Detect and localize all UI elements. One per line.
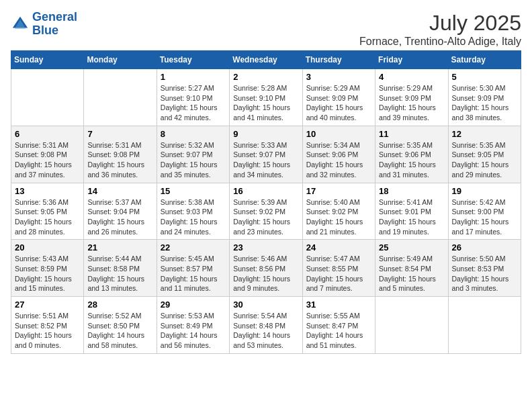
calendar-cell: 8Sunrise: 5:32 AMSunset: 9:07 PMDaylight… bbox=[157, 126, 229, 183]
header-cell-sunday: Sunday bbox=[11, 51, 84, 69]
calendar-cell: 15Sunrise: 5:38 AMSunset: 9:03 PMDayligh… bbox=[157, 183, 229, 240]
calendar-cell: 10Sunrise: 5:34 AMSunset: 9:06 PMDayligh… bbox=[302, 126, 375, 183]
day-info: Sunrise: 5:36 AMSunset: 9:05 PMDaylight:… bbox=[15, 197, 80, 237]
day-info: Sunrise: 5:41 AMSunset: 9:01 PMDaylight:… bbox=[379, 197, 444, 237]
week-row-1: 1Sunrise: 5:27 AMSunset: 9:10 PMDaylight… bbox=[11, 69, 521, 126]
day-info: Sunrise: 5:32 AMSunset: 9:07 PMDaylight:… bbox=[161, 140, 226, 180]
calendar-cell: 4Sunrise: 5:29 AMSunset: 9:09 PMDaylight… bbox=[375, 69, 448, 126]
calendar-body: 1Sunrise: 5:27 AMSunset: 9:10 PMDaylight… bbox=[11, 69, 521, 354]
calendar-cell: 17Sunrise: 5:40 AMSunset: 9:02 PMDayligh… bbox=[302, 183, 375, 240]
day-info: Sunrise: 5:31 AMSunset: 9:08 PMDaylight:… bbox=[15, 140, 80, 180]
day-info: Sunrise: 5:45 AMSunset: 8:57 PMDaylight:… bbox=[161, 254, 226, 293]
day-number: 10 bbox=[306, 129, 371, 139]
day-number: 14 bbox=[87, 186, 152, 196]
logo-icon bbox=[11, 15, 30, 34]
logo: General Blue bbox=[11, 11, 77, 38]
page-header: General Blue July 2025 Fornace, Trentino… bbox=[11, 11, 521, 48]
calendar-cell bbox=[84, 69, 157, 126]
day-info: Sunrise: 5:33 AMSunset: 9:07 PMDaylight:… bbox=[233, 140, 298, 180]
calendar-cell: 9Sunrise: 5:33 AMSunset: 9:07 PMDaylight… bbox=[230, 126, 302, 183]
calendar-cell: 12Sunrise: 5:35 AMSunset: 9:05 PMDayligh… bbox=[448, 126, 521, 183]
calendar-cell: 14Sunrise: 5:37 AMSunset: 9:04 PMDayligh… bbox=[84, 183, 157, 240]
week-row-2: 6Sunrise: 5:31 AMSunset: 9:08 PMDaylight… bbox=[11, 126, 521, 183]
calendar-cell: 6Sunrise: 5:31 AMSunset: 9:08 PMDaylight… bbox=[11, 126, 84, 183]
day-number: 24 bbox=[306, 242, 371, 253]
day-info: Sunrise: 5:27 AMSunset: 9:10 PMDaylight:… bbox=[161, 83, 226, 123]
day-info: Sunrise: 5:28 AMSunset: 9:10 PMDaylight:… bbox=[233, 83, 298, 123]
calendar-table: SundayMondayTuesdayWednesdayThursdayFrid… bbox=[11, 50, 521, 354]
calendar-cell: 22Sunrise: 5:45 AMSunset: 8:57 PMDayligh… bbox=[157, 240, 229, 297]
day-info: Sunrise: 5:40 AMSunset: 9:02 PMDaylight:… bbox=[306, 197, 371, 237]
day-number: 17 bbox=[306, 186, 371, 196]
day-number: 30 bbox=[233, 300, 298, 310]
calendar-cell: 2Sunrise: 5:28 AMSunset: 9:10 PMDaylight… bbox=[230, 69, 302, 126]
header-cell-thursday: Thursday bbox=[302, 51, 375, 69]
day-number: 11 bbox=[379, 129, 444, 139]
week-row-5: 27Sunrise: 5:51 AMSunset: 8:52 PMDayligh… bbox=[11, 297, 521, 354]
day-number: 7 bbox=[87, 129, 152, 139]
calendar-title: July 2025 bbox=[359, 11, 521, 36]
calendar-cell: 1Sunrise: 5:27 AMSunset: 9:10 PMDaylight… bbox=[157, 69, 229, 126]
day-number: 1 bbox=[161, 72, 226, 82]
calendar-cell: 3Sunrise: 5:29 AMSunset: 9:09 PMDaylight… bbox=[302, 69, 375, 126]
logo-line1: General bbox=[32, 10, 77, 24]
calendar-cell: 24Sunrise: 5:47 AMSunset: 8:55 PMDayligh… bbox=[302, 240, 375, 297]
calendar-cell: 29Sunrise: 5:53 AMSunset: 8:49 PMDayligh… bbox=[157, 297, 229, 354]
calendar-subtitle: Fornace, Trentino-Alto Adige, Italy bbox=[359, 36, 521, 48]
header-cell-friday: Friday bbox=[375, 51, 448, 69]
day-info: Sunrise: 5:29 AMSunset: 9:09 PMDaylight:… bbox=[306, 83, 371, 123]
day-number: 3 bbox=[306, 72, 371, 82]
day-number: 2 bbox=[233, 72, 298, 82]
day-info: Sunrise: 5:42 AMSunset: 9:00 PMDaylight:… bbox=[452, 197, 517, 237]
calendar-cell: 26Sunrise: 5:50 AMSunset: 8:53 PMDayligh… bbox=[448, 240, 521, 297]
day-number: 22 bbox=[161, 242, 226, 253]
calendar-cell: 7Sunrise: 5:31 AMSunset: 9:08 PMDaylight… bbox=[84, 126, 157, 183]
day-number: 31 bbox=[306, 300, 371, 310]
day-info: Sunrise: 5:47 AMSunset: 8:55 PMDaylight:… bbox=[306, 254, 371, 293]
day-info: Sunrise: 5:43 AMSunset: 8:59 PMDaylight:… bbox=[15, 254, 80, 293]
day-info: Sunrise: 5:29 AMSunset: 9:09 PMDaylight:… bbox=[379, 83, 444, 123]
calendar-cell: 13Sunrise: 5:36 AMSunset: 9:05 PMDayligh… bbox=[11, 183, 84, 240]
day-number: 27 bbox=[15, 300, 80, 310]
day-info: Sunrise: 5:38 AMSunset: 9:03 PMDaylight:… bbox=[161, 197, 226, 237]
day-info: Sunrise: 5:31 AMSunset: 9:08 PMDaylight:… bbox=[87, 140, 152, 180]
calendar-cell: 23Sunrise: 5:46 AMSunset: 8:56 PMDayligh… bbox=[230, 240, 302, 297]
day-info: Sunrise: 5:50 AMSunset: 8:53 PMDaylight:… bbox=[452, 254, 517, 293]
calendar-cell: 16Sunrise: 5:39 AMSunset: 9:02 PMDayligh… bbox=[230, 183, 302, 240]
day-info: Sunrise: 5:55 AMSunset: 8:47 PMDaylight:… bbox=[306, 311, 371, 351]
header-cell-saturday: Saturday bbox=[448, 51, 521, 69]
day-number: 6 bbox=[15, 129, 80, 139]
day-number: 19 bbox=[452, 186, 517, 196]
calendar-cell bbox=[375, 297, 448, 354]
day-info: Sunrise: 5:53 AMSunset: 8:49 PMDaylight:… bbox=[161, 311, 226, 351]
header-row: SundayMondayTuesdayWednesdayThursdayFrid… bbox=[11, 51, 521, 69]
week-row-3: 13Sunrise: 5:36 AMSunset: 9:05 PMDayligh… bbox=[11, 183, 521, 240]
calendar-cell: 21Sunrise: 5:44 AMSunset: 8:58 PMDayligh… bbox=[84, 240, 157, 297]
day-info: Sunrise: 5:35 AMSunset: 9:06 PMDaylight:… bbox=[379, 140, 444, 180]
header-cell-tuesday: Tuesday bbox=[157, 51, 229, 69]
calendar-cell: 20Sunrise: 5:43 AMSunset: 8:59 PMDayligh… bbox=[11, 240, 84, 297]
calendar-cell: 19Sunrise: 5:42 AMSunset: 9:00 PMDayligh… bbox=[448, 183, 521, 240]
day-info: Sunrise: 5:51 AMSunset: 8:52 PMDaylight:… bbox=[15, 311, 80, 351]
week-row-4: 20Sunrise: 5:43 AMSunset: 8:59 PMDayligh… bbox=[11, 240, 521, 297]
calendar-cell bbox=[448, 297, 521, 354]
day-number: 12 bbox=[452, 129, 517, 139]
day-info: Sunrise: 5:30 AMSunset: 9:09 PMDaylight:… bbox=[452, 83, 517, 123]
day-number: 9 bbox=[233, 129, 298, 139]
calendar-cell: 11Sunrise: 5:35 AMSunset: 9:06 PMDayligh… bbox=[375, 126, 448, 183]
day-number: 28 bbox=[87, 300, 152, 310]
calendar-cell: 5Sunrise: 5:30 AMSunset: 9:09 PMDaylight… bbox=[448, 69, 521, 126]
logo-line2: Blue bbox=[32, 24, 58, 37]
calendar-cell: 25Sunrise: 5:49 AMSunset: 8:54 PMDayligh… bbox=[375, 240, 448, 297]
day-info: Sunrise: 5:34 AMSunset: 9:06 PMDaylight:… bbox=[306, 140, 371, 180]
day-info: Sunrise: 5:52 AMSunset: 8:50 PMDaylight:… bbox=[87, 311, 152, 351]
day-number: 4 bbox=[379, 72, 444, 82]
header-cell-monday: Monday bbox=[84, 51, 157, 69]
day-number: 8 bbox=[161, 129, 226, 139]
day-info: Sunrise: 5:54 AMSunset: 8:48 PMDaylight:… bbox=[233, 311, 298, 351]
calendar-cell: 28Sunrise: 5:52 AMSunset: 8:50 PMDayligh… bbox=[84, 297, 157, 354]
calendar-cell bbox=[11, 69, 84, 126]
calendar-header: SundayMondayTuesdayWednesdayThursdayFrid… bbox=[11, 51, 521, 69]
day-number: 20 bbox=[15, 242, 80, 253]
calendar-cell: 18Sunrise: 5:41 AMSunset: 9:01 PMDayligh… bbox=[375, 183, 448, 240]
